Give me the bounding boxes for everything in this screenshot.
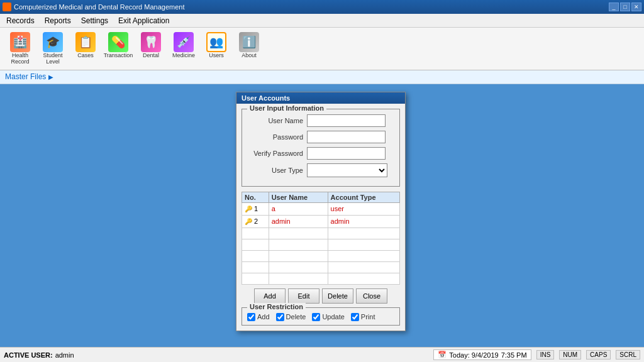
num-indicator: NUM xyxy=(559,350,581,359)
menu-records[interactable]: Records xyxy=(1,15,40,26)
status-bar: ACTIVE USER: admin 📅 Today: 9/4/2019 7:3… xyxy=(0,347,644,362)
col-username: User Name xyxy=(269,192,328,202)
ins-indicator: INS xyxy=(536,350,555,359)
minimize-btn[interactable]: _ xyxy=(609,3,619,11)
transaction-label: Transaction xyxy=(104,53,133,59)
add-restriction-label: Add xyxy=(247,313,270,321)
toolbar-medicine[interactable]: 💉 Medicine xyxy=(169,30,199,61)
row2-no: 🔑 2 xyxy=(242,215,269,228)
user-input-group-title: User Input Information xyxy=(247,104,326,112)
health-record-icon: 🏥 xyxy=(10,32,30,52)
app-icon xyxy=(3,3,11,11)
user-type-select[interactable]: admin user xyxy=(307,163,387,177)
medicine-label: Medicine xyxy=(172,53,195,59)
calendar-icon: 📅 xyxy=(438,351,447,359)
app-title: Computerized Medical and Dental Record M… xyxy=(14,3,184,11)
empty-row xyxy=(242,239,400,250)
delete-restriction-checkbox[interactable] xyxy=(276,313,284,321)
toolbar-about[interactable]: ℹ️ About xyxy=(234,30,264,61)
row2-account-type: admin xyxy=(328,215,399,228)
user-accounts-dialog: User Accounts User Input Information Use… xyxy=(236,92,406,331)
username-input[interactable] xyxy=(307,114,386,127)
print-restriction-text: Print xyxy=(361,313,375,321)
about-label: About xyxy=(242,53,257,59)
row1-username: a xyxy=(269,202,328,215)
print-restriction-label: Print xyxy=(351,313,375,321)
update-restriction-checkbox[interactable] xyxy=(312,313,320,321)
transaction-icon: 💊 xyxy=(108,32,128,52)
password-input[interactable] xyxy=(307,131,386,143)
add-button[interactable]: Add xyxy=(254,288,286,304)
empty-row xyxy=(242,273,400,284)
toolbar-student-level[interactable]: 🎓 Student Level xyxy=(38,30,68,67)
status-right: 📅 Today: 9/4/2019 7:35 PM INS NUM CAPS S… xyxy=(433,349,640,360)
master-files-arrow: ▶ xyxy=(48,74,53,80)
edit-button[interactable]: Edit xyxy=(288,288,319,304)
verify-password-input[interactable] xyxy=(307,147,386,160)
user-type-row: User Type admin user xyxy=(247,163,394,177)
delete-restriction-text: Delete xyxy=(286,313,306,321)
maximize-btn[interactable]: □ xyxy=(620,3,630,11)
empty-row xyxy=(242,228,400,239)
student-level-label: Student Level xyxy=(40,53,66,65)
menu-bar: Records Reports Settings Exit Applicatio… xyxy=(0,14,644,28)
delete-restriction-label: Delete xyxy=(276,313,306,321)
today-label: Today: 9/4/2019 xyxy=(449,351,498,359)
student-level-icon: 🎓 xyxy=(43,32,63,52)
cases-label: Cases xyxy=(77,53,94,59)
row2-username: admin xyxy=(269,215,328,228)
verify-password-row: Verify Password xyxy=(247,147,394,160)
caps-indicator: CAPS xyxy=(586,350,611,359)
window-controls: _ □ ✕ xyxy=(609,3,641,11)
main-content: User Accounts User Input Information Use… xyxy=(0,84,644,361)
master-files-label[interactable]: Master Files xyxy=(5,72,46,81)
row1-account-type: user xyxy=(328,202,399,215)
password-row: Password xyxy=(247,131,394,143)
update-restriction-label: Update xyxy=(312,313,344,321)
restriction-checkboxes: Add Delete Update Print xyxy=(247,313,394,321)
toolbar-dental[interactable]: 🦷 Dental xyxy=(136,30,166,61)
menu-exit[interactable]: Exit Application xyxy=(113,15,174,26)
date-area: 📅 Today: 9/4/2019 7:35 PM xyxy=(433,349,531,360)
toolbar-cases[interactable]: 📋 Cases xyxy=(70,30,101,61)
table-row[interactable]: 🔑 1 a user xyxy=(242,202,400,215)
menu-settings[interactable]: Settings xyxy=(76,15,113,26)
row1-no: 🔑 1 xyxy=(242,202,269,215)
sub-toolbar: Master Files ▶ xyxy=(0,70,644,84)
print-restriction-checkbox[interactable] xyxy=(351,313,359,321)
restriction-group-title: User Restriction xyxy=(247,303,306,310)
user-restriction-group: User Restriction Add Delete Update xyxy=(242,307,400,326)
active-user-value: admin xyxy=(55,351,74,359)
dental-label: Dental xyxy=(143,53,159,59)
user-type-label: User Type xyxy=(247,167,307,174)
toolbar-users[interactable]: 👥 Users xyxy=(201,30,231,61)
users-label: Users xyxy=(209,53,224,59)
col-account-type: Account Type xyxy=(328,192,399,202)
toolbar-health-record[interactable]: 🏥 Health Record xyxy=(5,30,35,67)
action-buttons: Add Edit Delete Close xyxy=(242,288,400,304)
user-input-group: User Input Information User Name Passwor… xyxy=(242,109,400,187)
close-btn[interactable]: ✕ xyxy=(631,3,641,11)
menu-reports[interactable]: Reports xyxy=(40,15,76,26)
update-restriction-text: Update xyxy=(322,313,344,321)
health-record-label: Health Record xyxy=(7,53,33,65)
delete-button[interactable]: Delete xyxy=(322,288,353,304)
table-row[interactable]: 🔑 2 admin admin xyxy=(242,215,400,228)
add-restriction-text: Add xyxy=(257,313,270,321)
scrl-indicator: SCRL xyxy=(616,350,640,359)
close-button[interactable]: Close xyxy=(356,288,387,304)
title-bar: Computerized Medical and Dental Record M… xyxy=(0,0,644,14)
dialog-body: User Input Information User Name Passwor… xyxy=(236,104,405,331)
active-user-label: ACTIVE USER: xyxy=(4,351,53,359)
col-no: No. xyxy=(242,192,269,202)
username-label: User Name xyxy=(247,117,307,124)
about-icon: ℹ️ xyxy=(239,32,259,52)
medicine-icon: 💉 xyxy=(174,32,194,52)
toolbar-transaction[interactable]: 💊 Transaction xyxy=(103,30,133,61)
time-value: 7:35 PM xyxy=(501,351,527,359)
cases-icon: 📋 xyxy=(75,32,96,52)
add-restriction-checkbox[interactable] xyxy=(247,313,255,321)
users-icon: 👥 xyxy=(206,32,226,52)
dialog-title: User Accounts xyxy=(236,92,405,104)
username-row: User Name xyxy=(247,114,394,127)
